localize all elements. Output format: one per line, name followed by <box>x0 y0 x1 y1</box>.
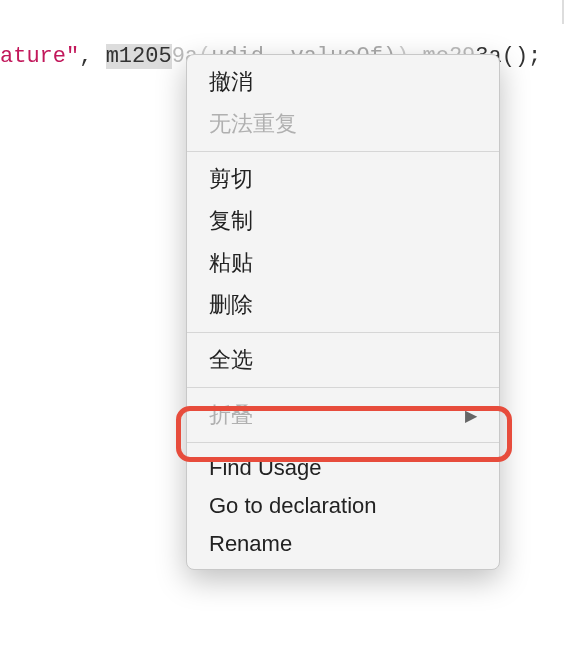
menu-undo-label: 撤消 <box>209 67 253 97</box>
menu-go-to-declaration-label: Go to declaration <box>209 493 377 519</box>
menu-paste[interactable]: 粘贴 <box>187 242 499 284</box>
menu-copy-label: 复制 <box>209 206 253 236</box>
code-string-literal: ature" <box>0 44 79 69</box>
menu-select-all-label: 全选 <box>209 345 253 375</box>
menu-fold-label: 折叠 <box>209 400 253 430</box>
menu-undo[interactable]: 撤消 <box>187 61 499 103</box>
menu-fold[interactable]: 折叠 ▶ <box>187 394 499 436</box>
menu-delete-label: 删除 <box>209 290 253 320</box>
menu-divider <box>187 332 499 333</box>
menu-cut-label: 剪切 <box>209 164 253 194</box>
menu-go-to-declaration[interactable]: Go to declaration <box>187 487 499 525</box>
menu-rename[interactable]: Rename <box>187 525 499 563</box>
code-comma: , <box>79 44 105 69</box>
menu-redo: 无法重复 <box>187 103 499 145</box>
menu-paste-label: 粘贴 <box>209 248 253 278</box>
context-menu: 撤消 无法重复 剪切 复制 粘贴 删除 全选 折叠 ▶ Find Usage G… <box>186 54 500 570</box>
menu-find-usage-label: Find Usage <box>209 455 322 481</box>
menu-rename-label: Rename <box>209 531 292 557</box>
menu-select-all[interactable]: 全选 <box>187 339 499 381</box>
chevron-right-icon: ▶ <box>465 406 477 425</box>
scrollbar-divider <box>562 0 564 24</box>
menu-copy[interactable]: 复制 <box>187 200 499 242</box>
menu-divider <box>187 442 499 443</box>
menu-find-usage[interactable]: Find Usage <box>187 449 499 487</box>
menu-divider <box>187 151 499 152</box>
menu-cut[interactable]: 剪切 <box>187 158 499 200</box>
code-selected-method[interactable]: m1205 <box>106 44 172 69</box>
menu-redo-label: 无法重复 <box>209 109 297 139</box>
code-call-end: (); <box>502 44 542 69</box>
menu-delete[interactable]: 删除 <box>187 284 499 326</box>
menu-divider <box>187 387 499 388</box>
